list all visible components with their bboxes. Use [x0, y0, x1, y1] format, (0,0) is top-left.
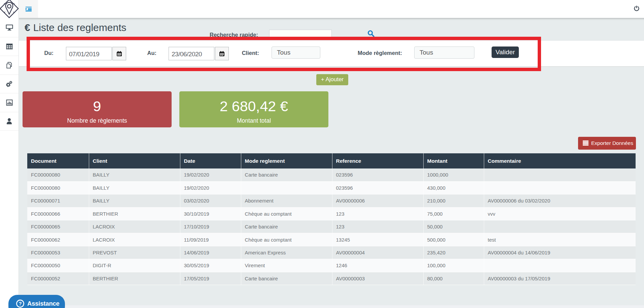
svg-text:?: ? [19, 301, 22, 306]
